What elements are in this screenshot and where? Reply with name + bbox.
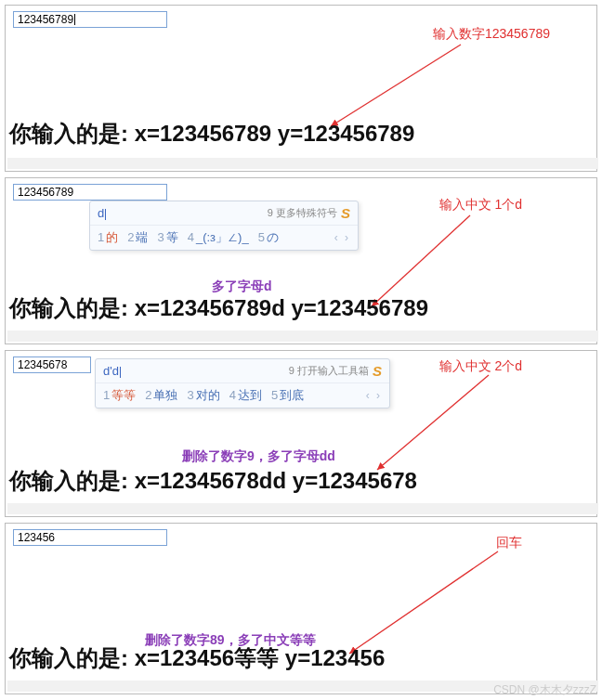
ime-popup[interactable]: d'd 9 打开输入工具箱S 1等等 2单独 3对的 4达到 5到底 ‹ › bbox=[95, 358, 390, 408]
ime-typed-text: d bbox=[98, 206, 268, 220]
panel-3: 12345678 d'd 9 打开输入工具箱S 1等等 2单独 3对的 4达到 … bbox=[5, 350, 597, 517]
ime-candidate[interactable]: 4达到 bbox=[229, 387, 262, 404]
ime-popup[interactable]: d 9 更多特殊符号S 1的 2端 3等 4_(:з」∠)_ 5の ‹ › bbox=[89, 201, 359, 251]
annotation-red: 输入数字123456789 bbox=[433, 26, 550, 43]
ime-top-bar: d'd 9 打开输入工具箱S bbox=[96, 359, 389, 383]
caret-icon bbox=[105, 209, 106, 220]
ime-candidate[interactable]: 2单独 bbox=[145, 387, 177, 404]
annotation-red: 输入中文 1个d bbox=[439, 197, 522, 214]
ime-nav[interactable]: ‹ › bbox=[334, 231, 350, 244]
annotation-red: 输入中文 2个d bbox=[439, 358, 522, 375]
ime-candidates[interactable]: 1的 2端 3等 4_(:з」∠)_ 5の ‹ › bbox=[90, 226, 358, 250]
ime-hint: 9 更多特殊符号S bbox=[268, 205, 350, 221]
ime-candidate[interactable]: 5到底 bbox=[271, 387, 304, 404]
input-value: 123456789 bbox=[18, 13, 73, 26]
sogou-icon: S bbox=[341, 205, 350, 221]
panel-4: 123456 回车 删除了数字89，多了中文等等 你输入的是: x=123456… bbox=[5, 523, 597, 694]
ime-candidate[interactable]: 1的 bbox=[98, 229, 118, 246]
output-line: 你输入的是: x=123456789d y=123456789 bbox=[9, 293, 428, 323]
ime-nav[interactable]: ‹ › bbox=[366, 389, 382, 402]
ime-typed-text: d'd bbox=[103, 364, 289, 378]
canvas: 123456789 输入数字123456789 你输入的是: x=1234567… bbox=[0, 0, 602, 700]
input-value: 123456 bbox=[18, 531, 55, 544]
ime-candidate[interactable]: 3等 bbox=[157, 229, 177, 246]
ime-candidate[interactable]: 1等等 bbox=[103, 387, 136, 404]
watermark: CSDN @木木夕zzzZ bbox=[493, 682, 596, 698]
ime-top-bar: d 9 更多特殊符号S bbox=[90, 201, 358, 226]
ime-hint: 9 打开输入工具箱S bbox=[289, 363, 382, 379]
input-value: 12345678 bbox=[18, 358, 67, 371]
text-input[interactable]: 123456789 bbox=[13, 11, 167, 28]
annotation-red: 回车 bbox=[496, 535, 522, 551]
output-line: 你输入的是: x=12345678dd y=12345678 bbox=[9, 466, 417, 496]
text-input[interactable]: 123456 bbox=[13, 529, 167, 546]
svg-line-2 bbox=[377, 375, 489, 470]
panel-1: 123456789 输入数字123456789 你输入的是: x=1234567… bbox=[5, 5, 597, 172]
sogou-icon: S bbox=[373, 363, 382, 379]
svg-line-0 bbox=[331, 45, 461, 126]
text-input[interactable]: 12345678 bbox=[13, 356, 91, 373]
output-line: 你输入的是: x=123456等等 y=123456 bbox=[9, 643, 385, 673]
text-input[interactable]: 123456789 bbox=[13, 184, 167, 201]
panel-2: 123456789 d 9 更多特殊符号S 1的 2端 3等 4_(:з」∠)_… bbox=[5, 177, 597, 344]
annotation-violet: 删除了数字9，多了字母dd bbox=[182, 448, 335, 465]
caret-icon bbox=[120, 367, 121, 378]
input-value: 123456789 bbox=[18, 186, 73, 199]
svg-line-3 bbox=[349, 551, 498, 654]
scrollbar-area bbox=[7, 158, 598, 169]
ime-candidates[interactable]: 1等等 2单独 3对的 4达到 5到底 ‹ › bbox=[96, 383, 389, 408]
scrollbar-area bbox=[7, 503, 598, 514]
ime-candidate[interactable]: 2端 bbox=[127, 229, 148, 246]
ime-candidate[interactable]: 5の bbox=[258, 229, 279, 246]
output-line: 你输入的是: x=123456789 y=123456789 bbox=[9, 119, 414, 149]
scrollbar-area bbox=[7, 331, 598, 342]
caret-icon bbox=[74, 14, 75, 25]
ime-candidate[interactable]: 3对的 bbox=[187, 387, 219, 404]
ime-candidate[interactable]: 4_(:з」∠)_ bbox=[188, 229, 249, 246]
